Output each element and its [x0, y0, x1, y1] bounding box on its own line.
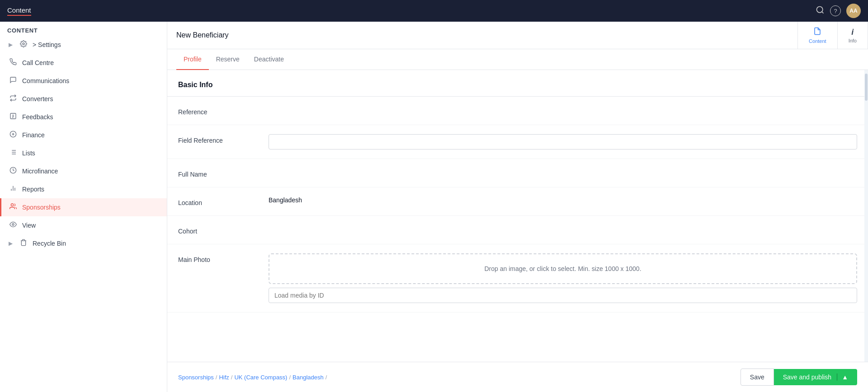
expand-icon: ▶ — [9, 42, 13, 48]
form-row-location: Location Bangladesh — [167, 187, 868, 216]
tab-deactivate[interactable]: Deactivate — [247, 49, 291, 70]
sidebar-item-reports[interactable]: Reports — [0, 180, 167, 198]
communications-icon — [9, 76, 18, 85]
sidebar-item-label: Feedbacks — [22, 113, 53, 121]
reference-label: Reference — [178, 106, 269, 116]
breadcrumb-bangladesh[interactable]: Bangladesh — [292, 374, 324, 381]
footer: Sponsorships / Hifz / UK (Care Compass) … — [167, 362, 868, 392]
svg-point-2 — [23, 43, 24, 45]
sidebar-item-sponsorships[interactable]: Sponsorships — [0, 198, 167, 216]
nav-right: ? AA — [816, 4, 861, 18]
sidebar: Content ▶ > Settings Call Centre Communi… — [0, 22, 167, 392]
feedbacks-icon — [9, 112, 18, 121]
main-photo-value: Drop an image, or click to select. Min. … — [269, 253, 857, 303]
tabs-bar: Profile Reserve Deactivate — [167, 49, 868, 70]
user-avatar[interactable]: AA — [846, 4, 861, 18]
top-nav: Content ? AA — [0, 0, 868, 22]
field-reference-label: Field Reference — [178, 134, 269, 144]
nav-left: Content — [7, 6, 31, 16]
sidebar-item-feedbacks[interactable]: Feedbacks — [0, 108, 167, 126]
form-area: Basic Info Reference Field Reference Ful… — [167, 70, 868, 362]
tab-reserve[interactable]: Reserve — [209, 49, 247, 70]
search-icon[interactable] — [816, 5, 825, 17]
sidebar-item-label: Converters — [22, 95, 53, 103]
form-row-main-photo: Main Photo Drop an image, or click to se… — [167, 244, 868, 313]
breadcrumb-uk-care-compass[interactable]: UK (Care Compass) — [234, 374, 287, 381]
sidebar-item-label: View — [22, 222, 36, 229]
sidebar-item-lists[interactable]: Lists — [0, 144, 167, 162]
sidebar-item-label: Reports — [22, 186, 44, 193]
help-icon[interactable]: ? — [830, 5, 841, 16]
sidebar-item-settings[interactable]: ▶ > Settings — [0, 36, 167, 54]
app-title: Content — [7, 6, 31, 16]
location-label: Location — [178, 196, 269, 206]
content-header: Content i Info — [167, 22, 868, 49]
field-reference-value — [269, 134, 857, 149]
footer-actions: Save Save and publish ▲ — [741, 369, 857, 386]
sidebar-item-label: Sponsorships — [22, 204, 61, 211]
sidebar-item-converters[interactable]: Converters — [0, 90, 167, 108]
breadcrumb: Sponsorships / Hifz / UK (Care Compass) … — [178, 374, 327, 381]
microfinance-icon — [9, 167, 18, 176]
sidebar-item-call-centre[interactable]: Call Centre — [0, 54, 167, 72]
cohort-label: Cohort — [178, 225, 269, 235]
sidebar-item-recycle-bin[interactable]: ▶ Recycle Bin — [0, 234, 167, 252]
view-icon — [9, 221, 18, 230]
breadcrumb-sponsorships[interactable]: Sponsorships — [178, 374, 214, 381]
tab-profile[interactable]: Profile — [176, 49, 209, 70]
full-name-label: Full Name — [178, 168, 269, 178]
sidebar-item-label: Finance — [22, 131, 45, 139]
content-icon — [813, 27, 821, 37]
expand-icon: ▶ — [9, 240, 13, 247]
save-publish-button[interactable]: Save and publish ▲ — [774, 369, 857, 385]
save-button[interactable]: Save — [741, 369, 774, 386]
sidebar-item-view[interactable]: View — [0, 216, 167, 234]
form-row-reference: Reference — [167, 97, 868, 125]
call-centre-icon — [9, 58, 18, 67]
load-media-input[interactable] — [269, 288, 857, 303]
main-content: Content i Info Profile Reserve Deactivat… — [167, 22, 868, 392]
content-btn-label: Content — [809, 38, 826, 44]
sidebar-item-finance[interactable]: Finance — [0, 126, 167, 144]
info-tab-btn[interactable]: i Info — [838, 22, 868, 49]
form-row-cohort: Cohort — [167, 216, 868, 244]
scrollbar-thumb — [865, 74, 868, 101]
field-reference-input[interactable] — [269, 134, 857, 149]
svg-point-21 — [12, 224, 14, 225]
settings-icon — [19, 40, 28, 49]
form-section-title: Basic Info — [167, 70, 868, 97]
sidebar-item-communications[interactable]: Communications — [0, 72, 167, 90]
svg-point-20 — [11, 204, 13, 206]
lists-icon — [9, 149, 18, 158]
finance-icon — [9, 131, 18, 140]
location-value: Bangladesh — [269, 196, 857, 204]
sponsorships-icon — [9, 203, 18, 212]
sidebar-section-title: Content — [0, 22, 167, 36]
converters-icon — [9, 94, 18, 103]
reports-icon — [9, 185, 18, 194]
info-btn-label: Info — [849, 38, 857, 43]
sidebar-item-label: Microfinance — [22, 168, 58, 175]
breadcrumb-hifz[interactable]: Hifz — [219, 374, 229, 381]
dropdown-arrow-icon[interactable]: ▲ — [837, 373, 848, 381]
svg-point-0 — [817, 6, 823, 12]
app-layout: Content ▶ > Settings Call Centre Communi… — [0, 0, 868, 392]
main-photo-label: Main Photo — [178, 253, 269, 263]
sidebar-item-microfinance[interactable]: Microfinance — [0, 162, 167, 180]
content-tab-btn[interactable]: Content — [798, 22, 838, 49]
sidebar-item-label: > Settings — [33, 41, 61, 48]
image-drop-zone[interactable]: Drop an image, or click to select. Min. … — [269, 253, 857, 284]
form-row-full-name: Full Name — [167, 159, 868, 187]
svg-line-1 — [822, 11, 824, 13]
sidebar-item-label: Lists — [22, 149, 35, 157]
sidebar-item-label: Communications — [22, 77, 69, 84]
recycle-bin-icon — [19, 239, 28, 248]
sidebar-item-label: Recycle Bin — [33, 240, 66, 247]
form-row-field-reference: Field Reference — [167, 125, 868, 159]
info-icon: i — [851, 28, 854, 37]
header-actions: Content i Info — [797, 22, 868, 49]
page-title-input[interactable] — [167, 23, 797, 47]
sidebar-item-label: Call Centre — [22, 59, 54, 66]
scrollbar-track — [864, 70, 868, 362]
